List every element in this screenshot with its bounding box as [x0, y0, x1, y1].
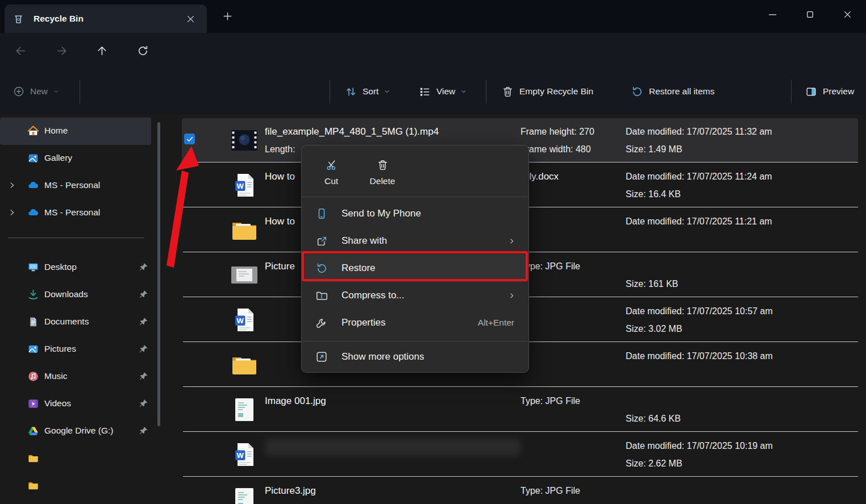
file-row[interactable]: WDate modified: 17/07/2025 10:19 amSize:… — [170, 432, 866, 477]
sidebar-item-ms-personal[interactable]: MS - Personal — [0, 199, 151, 227]
file-date-modified: Date modified: 17/07/2025 10:57 am — [626, 306, 773, 316]
show-more-icon — [315, 350, 328, 364]
tab-recycle-bin[interactable]: ♻ Recycle Bin — [5, 5, 207, 33]
file-row[interactable]: Picture3.jpgType: JPG File — [170, 477, 866, 504]
tab-title: Recycle Bin — [34, 14, 182, 24]
menu-item-label: Show more options — [342, 351, 526, 363]
sidebar-item-label: Pictures — [44, 344, 76, 354]
menu-item-send-to-my-phone[interactable]: Send to My Phone — [305, 200, 526, 227]
sidebar-separator — [8, 238, 144, 238]
sidebar-item-google-drive-g[interactable]: Google Drive (G:) — [0, 418, 151, 445]
submenu-chevron-icon — [508, 292, 515, 299]
pin-icon — [138, 398, 149, 409]
chevron-down-icon — [384, 88, 390, 95]
sidebar-item-label: Music — [44, 371, 67, 381]
menu-divider — [302, 341, 528, 341]
sidebar-item-downloads[interactable]: Downloads — [0, 281, 151, 309]
cut-icon — [325, 159, 338, 172]
sidebar-item-home[interactable]: Home — [0, 118, 151, 145]
sidebar-scrollbar[interactable] — [157, 122, 160, 426]
menu-item-compress-to[interactable]: Compress to... — [305, 282, 526, 309]
file-meta: Frame height: 270 — [521, 127, 594, 137]
sidebar-item-documents[interactable]: Documents — [0, 309, 151, 336]
share-icon — [315, 235, 328, 248]
restore-all-items-label: Restore all items — [649, 86, 714, 97]
close-button[interactable] — [828, 2, 866, 27]
tab-close-icon[interactable] — [182, 11, 199, 27]
image-grey-file-icon — [230, 266, 259, 284]
menu-item-show-more-options[interactable]: Show more options — [305, 343, 526, 370]
sidebar-item-gallery[interactable]: Gallery — [0, 145, 151, 172]
up-button[interactable] — [90, 39, 113, 62]
sidebar-item-label: Videos — [44, 398, 71, 409]
menu-item-label: Share with — [342, 235, 508, 247]
chevron-down-icon — [53, 88, 60, 95]
menu-item-properties[interactable]: PropertiesAlt+Enter — [305, 309, 526, 336]
empty-recycle-bin-button[interactable]: Empty Recycle Bin — [496, 78, 599, 105]
file-name: file_example_MP4_480_1_5MG (1).mp4 — [265, 126, 439, 138]
sidebar-item-desktop[interactable]: Desktop — [0, 254, 151, 281]
context-menu-quick-actions: CutDelete — [310, 151, 404, 193]
quick-action-label: Delete — [370, 176, 395, 186]
preview-button[interactable]: Preview — [799, 78, 860, 105]
delete-icon — [376, 159, 389, 172]
sidebar-item-pictures[interactable]: Pictures — [0, 336, 151, 363]
phone-icon — [315, 207, 328, 220]
file-date-modified: Date modified: 17/07/2025 10:38 am — [626, 351, 773, 361]
sort-icon — [344, 85, 357, 98]
navigation-bar: Recycle Bin Search Recycle Bin — [0, 33, 866, 68]
pin-icon — [138, 426, 149, 436]
expand-chevron-icon[interactable] — [7, 180, 17, 190]
image-file-icon — [230, 398, 259, 421]
toolbar-separator — [486, 80, 486, 103]
new-button-label: New — [30, 86, 48, 97]
sidebar-item-folder[interactable] — [0, 445, 151, 472]
file-row[interactable]: Image 001.jpgType: JPG FileSize: 64.6 KB — [170, 387, 866, 432]
sort-button-label: Sort — [363, 86, 378, 97]
file-name: Image 001.jpg — [265, 395, 326, 407]
check-icon — [186, 135, 194, 143]
sidebar-item-videos[interactable]: Videos — [0, 390, 151, 418]
new-tab-button[interactable] — [222, 10, 234, 22]
downloads-icon — [27, 288, 40, 301]
word-file-icon: W — [230, 307, 259, 332]
file-date-modified: Date modified: 17/07/2025 11:21 am — [626, 216, 772, 227]
new-button[interactable]: New — [7, 78, 65, 105]
onedrive-icon — [27, 179, 40, 192]
restore-all-icon — [631, 85, 644, 98]
chevron-down-icon — [460, 88, 467, 95]
window-controls — [753, 0, 866, 28]
menu-item-shortcut: Alt+Enter — [478, 318, 514, 328]
file-meta: Type: JPG File — [521, 486, 580, 496]
toolbar-separator — [80, 80, 80, 103]
folder-icon — [27, 452, 40, 465]
titlebar: ♻ Recycle Bin — [0, 0, 866, 33]
file-meta: Type: JPG File — [521, 261, 580, 272]
file-date-modified: Date modified: 17/07/2025 11:24 am — [626, 172, 772, 182]
file-checkbox[interactable] — [184, 134, 195, 144]
restore-all-items-button[interactable]: Restore all items — [625, 78, 720, 105]
gdrive-icon — [27, 424, 40, 438]
expand-chevron-icon[interactable] — [7, 207, 17, 218]
refresh-button[interactable] — [131, 39, 154, 62]
context-quick-cut[interactable]: Cut — [310, 151, 353, 193]
sidebar-item-music[interactable]: Music — [0, 363, 151, 390]
menu-item-share-with[interactable]: Share with — [305, 227, 526, 255]
redacted-file-name — [265, 439, 521, 456]
sidebar-item-label: Home — [44, 126, 68, 136]
sidebar-item-folder[interactable] — [0, 472, 151, 499]
context-quick-delete[interactable]: Delete — [361, 151, 404, 193]
file-size: Size: 1.49 MB — [626, 144, 682, 155]
view-button[interactable]: View — [413, 78, 473, 105]
toolbar: New Sort View Empty Recycle Bin Restore … — [0, 68, 866, 114]
sidebar-item-ms-personal[interactable]: MS - Personal — [0, 172, 151, 199]
minimize-button[interactable] — [753, 2, 791, 27]
documents-icon — [27, 315, 40, 328]
forward-button[interactable] — [50, 39, 73, 62]
svg-text:W: W — [237, 182, 244, 190]
back-button[interactable] — [9, 39, 32, 62]
maximize-button[interactable] — [791, 2, 828, 27]
compress-icon — [315, 289, 328, 302]
preview-button-label: Preview — [823, 86, 854, 97]
sort-button[interactable]: Sort — [339, 78, 396, 105]
